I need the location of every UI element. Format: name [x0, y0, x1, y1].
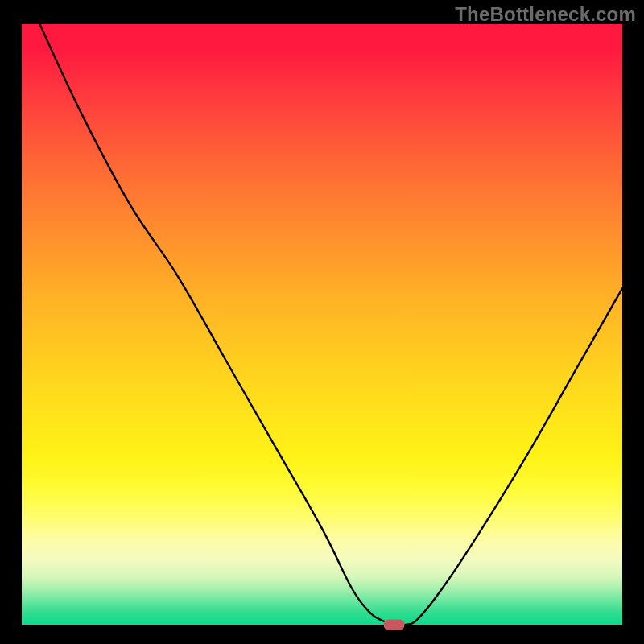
bottleneck-curve	[39, 24, 622, 625]
bottleneck-curve-svg	[22, 24, 622, 625]
chart-plot-area	[22, 24, 622, 625]
optimal-marker	[384, 620, 405, 630]
watermark-label: TheBottleneck.com	[455, 3, 636, 26]
